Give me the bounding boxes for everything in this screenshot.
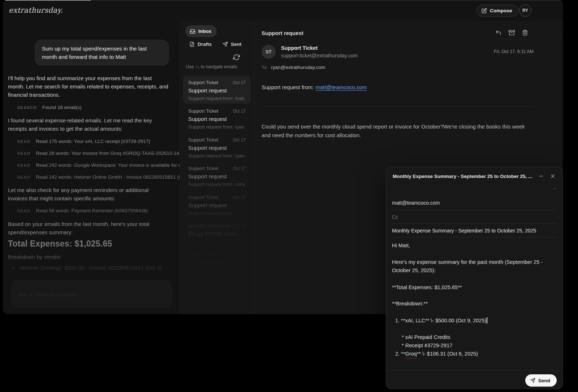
email-sender: alerts@extrathursday...: [188, 223, 231, 228]
breakdown-item-text: Hetzner (hosting): $100.00 - Invoice 082…: [20, 265, 162, 271]
compose-body-line: Here's my expense summary for the past m…: [392, 258, 557, 275]
compose-body-line: * xAI Prepaid Credits: [392, 333, 557, 341]
navigate-hint: Use ↑↓ to navigate emails: [186, 64, 237, 69]
sidebar-item-drafts[interactable]: Drafts: [189, 42, 212, 47]
sidebar-item-sent[interactable]: Sent: [223, 42, 241, 47]
compose-body-line: * Receipt #3729-2917: [392, 341, 557, 350]
inbox-label: Inbox: [198, 29, 211, 34]
email-body-divider: [262, 106, 533, 107]
assistant-message: Based on your emails from the last month…: [8, 220, 169, 236]
body-item2-prefix: 2. **: [395, 351, 405, 357]
email-list-item[interactable]: Support TicketOct 17 Support request Sup…: [183, 76, 251, 104]
tool-result: Read 142 words: Hetzner Online GmbH - In…: [36, 174, 194, 180]
body-item2-misspelled-word: Groq: [405, 351, 417, 357]
assistant-message: I'll help you find and summarize your ex…: [8, 74, 169, 99]
compose-subject-field[interactable]: Monthly Expense Summary - September 25 t…: [392, 224, 557, 238]
email-list-item[interactable]: Support TicketOct 17 Support request Sup…: [183, 104, 251, 132]
tool-label: READ: [17, 151, 30, 156]
top-progress-fill: [5, 0, 91, 1]
to-label: To:: [262, 65, 268, 70]
compose-window: Monthly Expense Summary - September 25 t…: [386, 167, 563, 389]
compose-titlebar: Monthly Expense Summary - September 25 t…: [386, 167, 562, 185]
email-subject: Support request: [188, 145, 246, 151]
email-date: Oct 17: [233, 195, 246, 200]
email-list-item[interactable]: Support TicketOct 17 Support request Sup…: [183, 191, 251, 218]
compose-to-field[interactable]: matt@teamcoco.com: [392, 196, 557, 210]
close-icon[interactable]: [549, 172, 557, 180]
email-snippet: Support request from: matt...: [188, 96, 246, 101]
email-date: Oct 17: [233, 138, 246, 143]
email-subject: Support request: [188, 173, 246, 179]
email-date: Oct 17: [233, 80, 246, 85]
chat-input[interactable]: [12, 280, 172, 308]
sender-email: support-ticket@extrathursday.com: [281, 53, 358, 58]
compose-button-label: Compose: [490, 8, 512, 13]
archive-icon[interactable]: [509, 30, 515, 36]
top-progress-bar: [3, 0, 563, 1]
minimize-icon[interactable]: [537, 172, 545, 180]
email-snippet: Support request from: ryan...: [188, 153, 246, 158]
compose-pencil-icon: [482, 8, 487, 13]
send-button[interactable]: Send: [525, 374, 557, 387]
tool-call-read: READ Read 242 words: Google Workspace: Y…: [17, 162, 197, 168]
tool-call-search: SEARCH Found 16 email(s): [17, 105, 82, 110]
email-list-item[interactable]: alerts@extrathursday...Oct 17 [Gray] EXT…: [183, 219, 251, 247]
screen: extrathursday. Compose RY Sum up my tota…: [0, 0, 578, 392]
tool-call-read: READ Read 175 words: Your xAI, LLC recei…: [17, 139, 150, 144]
email-list-item[interactable]: Support TicketOct 17 Support request Sup…: [183, 133, 251, 161]
detail-header-divider: [254, 40, 563, 40]
email-timestamp: Fri, Oct 17, 6:11 AM: [494, 49, 534, 54]
breakdown-list-item: •Hetzner (hosting): $100.00 - Invoice 08…: [12, 265, 170, 271]
minus-icon: –: [553, 185, 556, 191]
compose-footer-divider: [386, 370, 562, 370]
email-sender: Support Ticket: [188, 252, 218, 257]
send-button-label: Send: [538, 378, 550, 383]
tool-result: Found 16 email(s): [42, 105, 82, 110]
email-sender: Support Ticket: [188, 166, 218, 171]
tool-call-read: READ Read 142 words: Hetzner Online GmbH…: [17, 174, 194, 180]
breakdown-label: Breakdown by vendor:: [8, 254, 62, 260]
email-subject: Support request: [188, 116, 246, 122]
user-message-bubble: Sum up my total spend/expenses in the la…: [35, 40, 169, 66]
email-list-item[interactable]: Support TicketOct 17 Support request Sup…: [183, 162, 251, 190]
sent-label: Sent: [231, 42, 241, 47]
email-sender: Support Ticket: [188, 195, 218, 200]
sender-avatar: ST: [262, 45, 276, 59]
drafts-icon: [189, 42, 195, 47]
sent-icon: [223, 42, 228, 47]
compose-button[interactable]: Compose: [476, 5, 518, 17]
panel-divider: [254, 21, 254, 314]
email-sender: Support Ticket: [188, 80, 218, 85]
tool-result: Read 242 words: Google Workspace: Your i…: [36, 162, 197, 168]
compose-body-line: **Total Expenses: $1,025.65**: [392, 283, 557, 292]
tool-result: Read 28 words: Your Invoice from Groq #G…: [36, 151, 190, 156]
compose-body-line: **Breakdown:**: [392, 300, 557, 308]
email-snippet: Support request from: ryan...: [188, 124, 246, 130]
total-expenses-heading: Total Expenses: $1,025.65: [8, 239, 112, 249]
tool-label: READ: [17, 139, 30, 144]
email-snippet: ...: [188, 239, 246, 244]
refresh-icon[interactable]: [233, 54, 240, 61]
email-subject: Support request: [188, 260, 246, 266]
email-date: Oct 17: [233, 166, 246, 171]
compose-body-line: 2. **Groq** \- $106.31 (Oct 6, 2025): [392, 350, 557, 358]
email-snippet: Support request from: ...: [188, 210, 246, 216]
drafts-label: Drafts: [198, 42, 212, 47]
compose-cc-field[interactable]: Cc: [392, 210, 557, 224]
user-avatar[interactable]: RY: [519, 4, 531, 17]
reply-icon[interactable]: [495, 30, 501, 36]
sidebar-item-inbox[interactable]: Inbox: [185, 25, 217, 37]
sender-email-link[interactable]: matt@teamcoco.com: [315, 84, 367, 90]
brand-logo: extrathursday.: [9, 6, 63, 14]
trash-icon[interactable]: [522, 30, 528, 36]
email-date: Oct 17: [233, 252, 246, 257]
email-subject: Support request: [188, 202, 246, 208]
email-sender: Support Ticket: [188, 108, 218, 114]
assistant-message: Let me also check for any payment remind…: [8, 186, 169, 202]
to-value: ryan@extrathursday.com: [271, 65, 325, 70]
email-subject: Support request: [188, 87, 246, 93]
email-list-item[interactable]: Support TicketOct 17 Support request: [183, 248, 251, 276]
text-cursor: [487, 317, 487, 323]
email-snippet: Support request from: cona...: [188, 182, 246, 187]
body-item1-text: 1. **xAI, LLC** \- $500.00 (Oct 9, 2025): [395, 318, 486, 323]
